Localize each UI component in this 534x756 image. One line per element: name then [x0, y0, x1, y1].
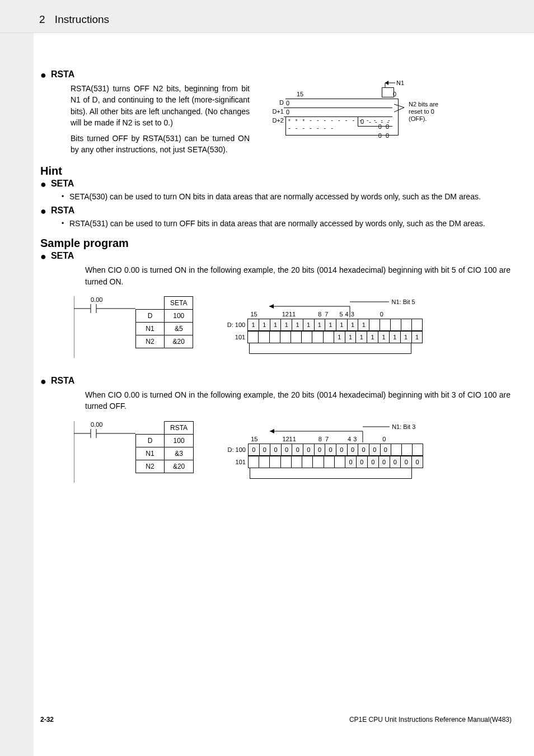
seta-instruction-box: SETA D100 N1&5 N2&20	[135, 296, 193, 348]
bit-val: 0	[286, 108, 291, 116]
op-name: SETA	[165, 296, 193, 309]
note-line2: reset to 0 (OFF).	[409, 108, 453, 123]
hint-seta-heading: SETA	[51, 179, 74, 189]
chapter-title: Instructions	[55, 13, 109, 25]
op-row-label: N1	[136, 447, 165, 460]
col-label: 8	[318, 436, 322, 442]
op-row-value: 100	[165, 434, 194, 447]
rsta-instruction-box: RSTA D100 N1&3 N2&20	[135, 421, 194, 473]
col-label: 8	[318, 311, 321, 318]
left-margin-bar	[0, 0, 34, 756]
bit-row: 000 0000	[248, 456, 423, 468]
d1-label: D+1	[271, 108, 284, 117]
rsta-para2: Bits turned OFF by RSTA(531) can be turn…	[71, 133, 250, 156]
list-bullet-icon: •	[62, 191, 69, 202]
page-number: 2-32	[40, 716, 54, 724]
rsta-word-diagram: N1 15 0 D 0 - - - - - - - - - - - - - - …	[274, 78, 453, 146]
d-label: D	[274, 99, 284, 108]
bit-row: 1111 1111	[247, 331, 423, 343]
row-label: D: 100	[221, 321, 247, 328]
op-row-label: D	[136, 434, 165, 447]
bullet-icon: ●	[40, 251, 46, 262]
svg-marker-16	[270, 429, 274, 433]
op-row-value: &20	[165, 460, 194, 473]
contact-label: 0.00	[91, 421, 102, 428]
bit15-label: 15	[297, 91, 303, 97]
n1-box-icon	[382, 87, 394, 97]
svg-marker-21	[385, 81, 388, 85]
bullet-icon: ●	[40, 69, 46, 81]
col-label: 3	[351, 311, 354, 318]
bullet-icon: ●	[40, 179, 46, 190]
hint-rsta-heading: RSTA	[51, 206, 74, 216]
ladder-rung-icon	[74, 296, 135, 358]
sample-rsta-heading: RSTA	[51, 376, 74, 386]
bit0-label: 0	[393, 91, 396, 97]
chapter-number: 2	[39, 13, 45, 26]
op-row-value: &5	[165, 322, 193, 335]
col-label: 5	[339, 311, 343, 318]
bullet-icon: ●	[40, 376, 46, 387]
chapter-header: 2 Instructions	[39, 13, 109, 26]
ladder-rung-icon	[74, 421, 135, 483]
op-row-label: N2	[136, 335, 165, 348]
manual-title: CP1E CPU Unit Instructions Reference Man…	[349, 716, 512, 724]
col-label: 4	[345, 311, 349, 318]
hint-heading: Hint	[40, 165, 512, 178]
rsta-bit-diagram: N1: Bit 3 N2: 20 bits 15 1211 8 7 4 3 0 …	[222, 421, 423, 484]
sample-seta-heading: SETA	[51, 251, 74, 261]
col-label: 15	[251, 436, 257, 442]
op-row-label: N2	[136, 460, 165, 473]
seta-ladder-diagram: 0.00 SETA D100 N1&5 N2&20	[74, 296, 193, 358]
col-label: 0	[382, 436, 386, 442]
hint-rsta-text: RSTA(531) can be used to turn OFF bits i…	[69, 218, 512, 229]
n1-label: N1	[396, 80, 404, 86]
bullet-icon: ●	[40, 206, 46, 217]
row-label: D: 100	[222, 446, 248, 453]
col-label: 0	[380, 311, 383, 318]
sample-rsta-text: When CIO 0.00 is turned ON in the follow…	[85, 389, 510, 412]
op-row-label: N1	[136, 322, 165, 335]
n1-label: N1: Bit 3	[392, 423, 415, 430]
row-label: 101	[221, 334, 247, 340]
col-label: 15	[250, 311, 257, 318]
contact-label: 0.00	[91, 296, 102, 303]
bit-val: 0	[360, 118, 364, 125]
svg-line-23	[394, 104, 404, 108]
row-label: 101	[222, 459, 248, 465]
note-line1: N2 bits are	[409, 101, 453, 108]
op-row-value: &3	[165, 447, 194, 460]
list-bullet-icon: •	[62, 218, 69, 229]
op-row-label: D	[136, 309, 165, 322]
sample-program-heading: Sample program	[40, 237, 512, 250]
d2-label: D+2	[271, 117, 284, 126]
col-label: 7	[325, 436, 329, 442]
n1-label: N1: Bit 5	[391, 298, 415, 305]
seta-bit-diagram: N1: Bit 5 N2: 20 bits 15 1211 8 7 5 4 3 …	[221, 296, 423, 359]
col-label: 3	[353, 436, 357, 442]
bit-val: 0 0	[378, 132, 390, 139]
bit-row: 1111 1111 111	[247, 319, 423, 331]
col-label: 1211	[282, 311, 296, 318]
col-label: 1211	[282, 436, 296, 442]
rsta-heading: RSTA	[51, 69, 74, 80]
rsta-para1: RSTA(531) turns OFF N2 bits, beginning f…	[71, 83, 250, 128]
col-label: 4	[348, 436, 351, 442]
rsta-ladder-diagram: 0.00 RSTA D100 N1&3 N2&20	[74, 421, 194, 483]
svg-line-24	[394, 108, 404, 112]
hint-seta-text: SETA(530) can be used to turn ON bits in…	[69, 191, 512, 202]
svg-marker-6	[269, 304, 274, 309]
op-name: RSTA	[165, 421, 194, 434]
col-label: 7	[325, 311, 328, 318]
op-row-value: 100	[165, 309, 193, 322]
sample-seta-text: When CIO 0.00 is turned ON in the follow…	[85, 264, 510, 287]
bit-val: 0	[286, 99, 291, 107]
bit-row: 0000 0000 00000	[248, 444, 423, 456]
op-row-value: &20	[165, 335, 193, 348]
